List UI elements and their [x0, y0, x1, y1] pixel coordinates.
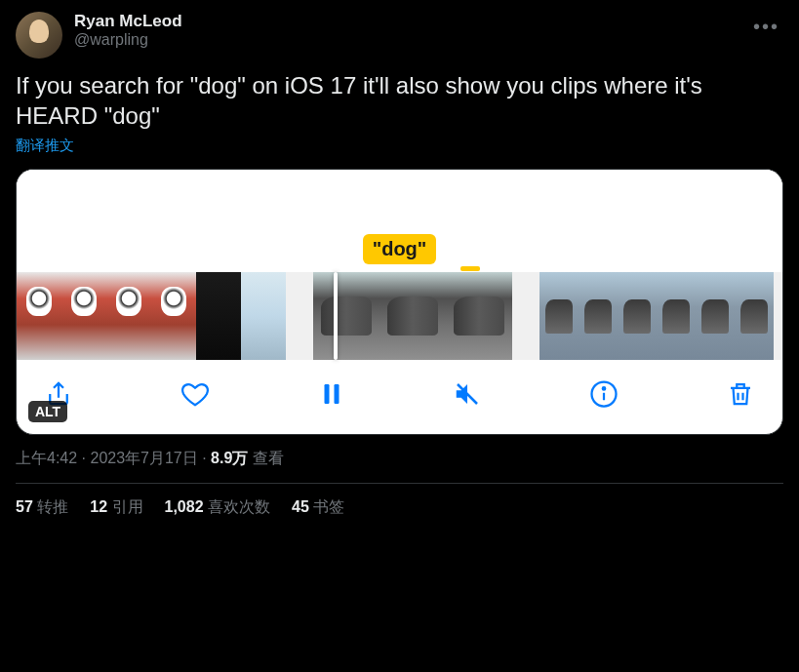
stat-likes[interactable]: 1,082 喜欢次数 [165, 497, 271, 518]
clip-group-1 [17, 272, 286, 360]
thumbnail-frame [313, 272, 380, 360]
tweet-stats: 57 转推 12 引用 1,082 喜欢次数 45 书签 [16, 484, 783, 518]
thumbnail-frame [618, 272, 657, 360]
tweet-meta: 上午4:42 · 2023年7月17日 · 8.9万 查看 [16, 449, 783, 469]
tweet-text: If you search for "dog" on iOS 17 it'll … [16, 70, 783, 131]
stat-bookmarks[interactable]: 45 书签 [292, 497, 344, 518]
media-card[interactable]: "dog" [16, 169, 783, 435]
thumbnail-frame [696, 272, 735, 360]
tweet-container: Ryan McLeod @warpling ••• If you search … [0, 0, 799, 530]
avatar[interactable] [16, 12, 62, 59]
heart-icon[interactable] [180, 379, 210, 409]
mute-icon[interactable] [453, 379, 482, 409]
thumbnail-frame [539, 272, 579, 360]
thumbnail-frame [17, 272, 61, 360]
more-icon[interactable]: ••• [749, 12, 783, 42]
thumbnail-frame [380, 272, 446, 360]
trash-icon[interactable] [726, 379, 755, 409]
search-term-badge: "dog" [363, 234, 437, 264]
thumbnail-frame [106, 272, 151, 360]
tweet-header: Ryan McLeod @warpling ••• [16, 12, 783, 59]
thumbnail-frame [446, 272, 512, 360]
thumbnail-frame [579, 272, 618, 360]
thumbnail-frame [657, 272, 696, 360]
svg-point-5 [603, 388, 606, 391]
handle: @warpling [74, 31, 749, 49]
thumbnail-frame [196, 272, 241, 360]
display-name: Ryan McLeod [74, 12, 749, 31]
stat-retweets[interactable]: 57 转推 [16, 497, 68, 518]
info-icon[interactable] [589, 379, 619, 409]
svg-rect-0 [324, 384, 329, 404]
clip-group-2 [313, 272, 512, 360]
thumbnail-frame [61, 272, 106, 360]
video-timeline[interactable] [17, 272, 782, 360]
thumbnail-frame [735, 272, 774, 360]
media-toolbar [17, 360, 782, 434]
media-whitespace: "dog" [17, 170, 782, 272]
playhead-indicator[interactable] [334, 272, 338, 360]
svg-rect-1 [334, 384, 339, 404]
timestamp[interactable]: 上午4:42 · 2023年7月17日 [16, 450, 198, 466]
pause-icon[interactable] [317, 379, 346, 409]
stat-quotes[interactable]: 12 引用 [90, 497, 142, 518]
views-label: 查看 [253, 450, 284, 466]
clip-group-3 [539, 272, 774, 360]
views-count: 8.9万 [211, 450, 248, 466]
thumbnail-frame [151, 272, 196, 360]
translate-link[interactable]: 翻译推文 [16, 137, 783, 155]
alt-badge[interactable]: ALT [28, 401, 67, 422]
thumbnail-frame [241, 272, 286, 360]
author-block[interactable]: Ryan McLeod @warpling [74, 12, 749, 49]
